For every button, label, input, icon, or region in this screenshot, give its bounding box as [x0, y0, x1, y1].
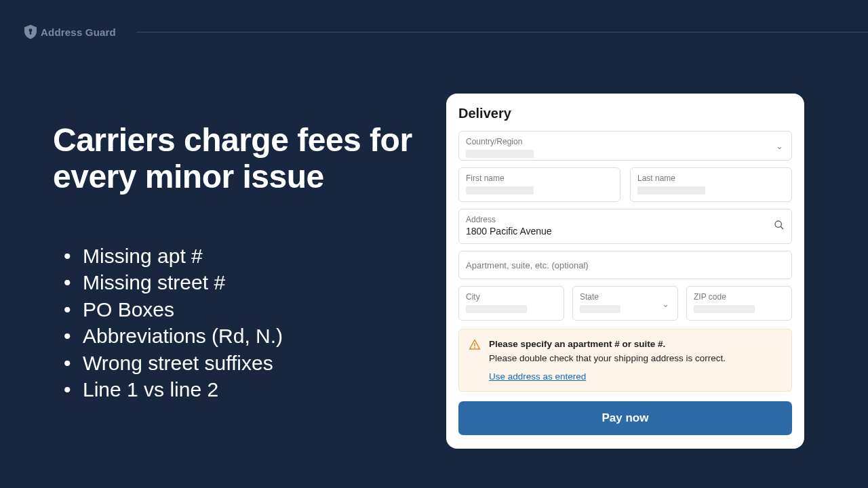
apartment-field[interactable]: Apartment, suite, etc. (optional)	[458, 251, 792, 279]
svg-point-0	[29, 28, 33, 32]
svg-point-4	[474, 347, 475, 348]
list-item: Line 1 vs line 2	[83, 376, 419, 403]
state-value-placeholder	[580, 305, 620, 313]
zip-value-placeholder	[694, 305, 755, 313]
address-warning-alert: Please specify an apartment # or suite #…	[458, 329, 792, 392]
country-label: Country/Region	[459, 131, 791, 146]
last-name-label: Last name	[631, 168, 791, 183]
state-select[interactable]: State ⌄	[572, 286, 678, 321]
city-value-placeholder	[466, 305, 527, 313]
brand-name: Address Guard	[41, 26, 116, 38]
list-item: Missing street #	[83, 269, 419, 296]
search-icon[interactable]	[774, 220, 785, 233]
zip-field[interactable]: ZIP code	[686, 286, 792, 321]
list-item: Abbreviations (Rd, N.)	[83, 323, 419, 350]
address-value: 1800 Pacific Avenue	[459, 224, 791, 243]
list-item: Missing apt #	[83, 243, 419, 270]
warning-icon	[469, 339, 481, 351]
city-label: City	[459, 287, 564, 302]
brand-logo: Address Guard	[24, 24, 116, 39]
divider	[136, 32, 868, 33]
first-name-field[interactable]: First name	[458, 167, 620, 202]
alert-body: Please double check that your shipping a…	[489, 353, 782, 363]
first-name-label: First name	[459, 168, 620, 183]
list-item: Wrong street suffixes	[83, 350, 419, 377]
list-item: PO Boxes	[83, 296, 419, 323]
address-field[interactable]: Address 1800 Pacific Avenue	[458, 209, 792, 244]
shield-icon	[24, 24, 37, 39]
headline: Carriers charge fees for every minor iss…	[53, 122, 419, 195]
state-label: State	[573, 287, 677, 302]
country-value-placeholder	[466, 150, 534, 158]
city-field[interactable]: City	[458, 286, 564, 321]
svg-point-1	[775, 221, 781, 227]
use-address-as-entered-link[interactable]: Use address as entered	[489, 371, 586, 382]
last-name-value-placeholder	[637, 186, 705, 195]
apartment-placeholder: Apartment, suite, etc. (optional)	[466, 260, 589, 270]
zip-label: ZIP code	[687, 287, 791, 302]
pay-now-button[interactable]: Pay now	[458, 401, 792, 435]
last-name-field[interactable]: Last name	[630, 167, 792, 202]
form-title: Delivery	[458, 106, 792, 121]
delivery-form-card: Delivery Country/Region ⌄ First name Las…	[446, 94, 804, 449]
address-label: Address	[459, 209, 791, 224]
svg-line-2	[781, 226, 783, 229]
issues-list: Missing apt # Missing street # PO Boxes …	[53, 243, 419, 404]
country-select[interactable]: Country/Region ⌄	[458, 131, 792, 161]
first-name-value-placeholder	[466, 186, 534, 195]
alert-title: Please specify an apartment # or suite #…	[489, 339, 782, 349]
